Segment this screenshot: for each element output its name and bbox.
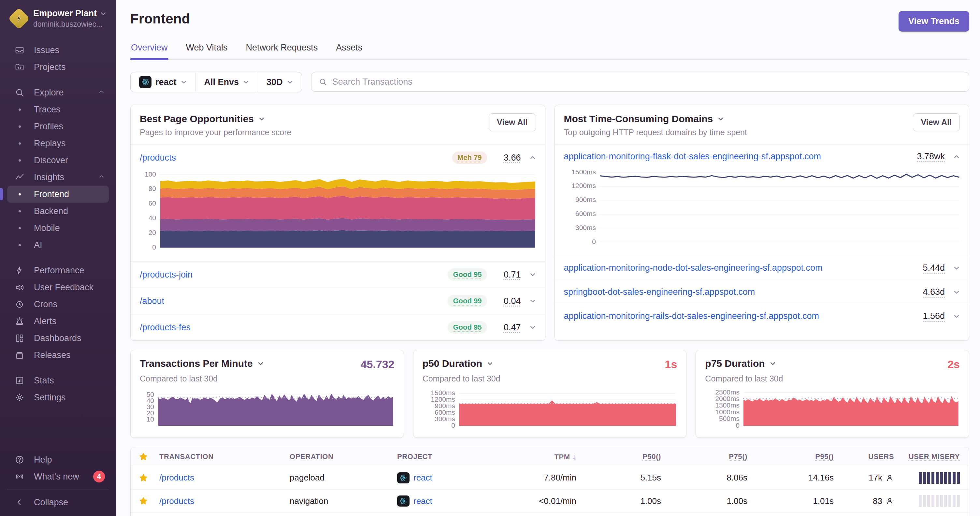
org-user: dominik.buszowiec... xyxy=(33,20,107,29)
sidebar-item-projects[interactable]: Projects xyxy=(7,59,109,76)
sidebar-item-mobile[interactable]: Mobile xyxy=(7,219,109,237)
main-content: Frontend View Trends Overview Web Vitals… xyxy=(116,0,980,516)
p95-cell: 14.16s xyxy=(748,473,834,483)
view-all-button[interactable]: View All xyxy=(489,113,536,131)
p75-cell: 8.06s xyxy=(661,473,748,483)
col-p75[interactable]: P75() xyxy=(729,452,748,460)
col-transaction[interactable]: TRANSACTION xyxy=(159,452,290,461)
sidebar-item-stats[interactable]: Stats xyxy=(7,372,109,389)
sidebar-item-ai[interactable]: AI xyxy=(7,237,109,254)
domain-link[interactable]: application-monitoring-node-dot-sales-en… xyxy=(564,263,911,273)
bullet-icon xyxy=(14,227,25,229)
help-icon xyxy=(14,454,25,465)
page-link[interactable]: /products-join xyxy=(140,270,439,280)
panel-title-dropdown[interactable]: Best Page Opportunities xyxy=(140,113,291,124)
sidebar-item-frontend[interactable]: Frontend xyxy=(7,186,109,203)
search-input[interactable] xyxy=(332,77,962,87)
col-project[interactable]: PROJECT xyxy=(397,452,498,461)
environment-selector[interactable]: All Envs xyxy=(196,72,258,92)
sidebar-item-replays[interactable]: Replays xyxy=(7,135,109,152)
domain-row: application-monitoring-rails-dot-sales-e… xyxy=(555,304,969,328)
col-p95[interactable]: P95() xyxy=(815,452,834,460)
chevron-down-icon xyxy=(243,79,249,85)
project-link[interactable]: react xyxy=(414,496,432,506)
sidebar-item-settings[interactable]: Settings xyxy=(7,389,109,406)
metric-title-dropdown[interactable]: p50 Duration xyxy=(423,358,493,369)
page-link[interactable]: /about xyxy=(140,296,439,306)
date-range-selector[interactable]: 30D xyxy=(258,72,302,92)
transaction-link[interactable]: /products xyxy=(159,473,290,483)
expand-row-button[interactable] xyxy=(530,324,536,331)
domain-link[interactable]: springboot-dot-sales-engineering-sf.apps… xyxy=(564,287,911,297)
sidebar: Empower Plant dominik.buszowiec... Issue… xyxy=(0,0,116,516)
sidebar-collapse-button[interactable]: Collapse xyxy=(7,494,109,511)
users-cell: 17k xyxy=(834,473,894,483)
star-toggle[interactable] xyxy=(138,473,159,483)
chevron-down-icon xyxy=(287,79,293,85)
sidebar-item-alerts[interactable]: Alerts xyxy=(7,313,109,330)
col-operation[interactable]: OPERATION xyxy=(290,452,397,461)
panel-subtitle: Top outgoing HTTP request domains by tim… xyxy=(564,128,747,137)
app-root: Empower Plant dominik.buszowiec... Issue… xyxy=(0,0,980,516)
sidebar-item-profiles[interactable]: Profiles xyxy=(7,118,109,135)
sidebar-item-traces[interactable]: Traces xyxy=(7,101,109,118)
col-user-misery[interactable]: USER MISERY xyxy=(908,452,960,460)
expand-row-button[interactable] xyxy=(953,265,960,271)
expand-row-button[interactable] xyxy=(530,271,536,278)
panel-title-dropdown[interactable]: Most Time-Consuming Domains xyxy=(564,113,747,124)
expand-row-button[interactable] xyxy=(530,298,536,304)
org-switcher[interactable]: Empower Plant dominik.buszowiec... xyxy=(0,0,116,29)
page-link[interactable]: /products xyxy=(140,153,444,163)
domain-link[interactable]: application-monitoring-flask-dot-sales-e… xyxy=(564,151,908,162)
react-logo-icon xyxy=(397,472,409,483)
tab-web-vitals[interactable]: Web Vitals xyxy=(185,43,228,59)
view-all-button[interactable]: View All xyxy=(913,113,960,131)
chevron-up-icon xyxy=(98,87,105,98)
view-trends-button[interactable]: View Trends xyxy=(899,11,969,32)
col-users[interactable]: USERS xyxy=(834,452,894,461)
col-tpm-sorted[interactable]: TPM ↓ xyxy=(498,452,576,461)
sidebar-item-dashboards[interactable]: Dashboards xyxy=(7,330,109,347)
project-link[interactable]: react xyxy=(414,473,432,483)
transaction-link[interactable]: /products xyxy=(159,496,290,506)
sidebar-item-explore[interactable]: Explore xyxy=(7,84,109,101)
table-row: /products navigation react <0.01/min 1.0… xyxy=(130,489,969,513)
sidebar-item-help[interactable]: Help xyxy=(7,451,109,468)
metric-title-dropdown[interactable]: p75 Duration xyxy=(705,358,776,369)
sidebar-item-releases[interactable]: Releases xyxy=(7,347,109,364)
tab-network-requests[interactable]: Network Requests xyxy=(245,43,319,59)
search-icon xyxy=(319,78,327,86)
broadcast-icon xyxy=(14,472,25,482)
sidebar-item-crons[interactable]: Crons xyxy=(7,296,109,313)
bullet-icon xyxy=(14,108,25,111)
page-row-expanded: /products Meh 79 3.66 xyxy=(130,144,545,171)
domain-duration-chart: 1500ms1200ms900ms600ms300ms0 xyxy=(563,170,961,248)
p50-duration-chart: 1500ms1200ms900ms600ms300ms0 xyxy=(423,389,677,432)
sidebar-item-discover[interactable]: Discover xyxy=(7,152,109,169)
page-link[interactable]: /products-fes xyxy=(140,322,439,333)
collapse-row-button[interactable] xyxy=(530,154,536,161)
panel-subtitle: Pages to improve your performance score xyxy=(140,128,291,137)
col-p50[interactable]: P50() xyxy=(643,452,661,460)
sidebar-item-insights[interactable]: Insights xyxy=(7,169,109,186)
metric-title-dropdown[interactable]: Transactions Per Minute xyxy=(140,358,264,369)
sidebar-item-whats-new[interactable]: What's new 4 xyxy=(7,468,109,485)
domain-link[interactable]: application-monitoring-rails-dot-sales-e… xyxy=(564,311,911,321)
time-spent: 5.44d xyxy=(920,263,945,273)
star-toggle[interactable] xyxy=(138,496,159,506)
sidebar-item-performance[interactable]: Performance xyxy=(7,262,109,279)
inbox-icon xyxy=(14,45,25,56)
sidebar-item-user-feedback[interactable]: User Feedback xyxy=(7,279,109,296)
tab-overview[interactable]: Overview xyxy=(130,43,169,59)
expand-row-button[interactable] xyxy=(953,289,960,295)
project-selector[interactable]: react xyxy=(130,72,196,92)
tab-assets[interactable]: Assets xyxy=(335,43,363,59)
expand-row-button[interactable] xyxy=(953,313,960,319)
collapse-row-button[interactable] xyxy=(953,154,960,160)
page-row: /about Good 99 0.04 xyxy=(130,287,545,314)
domain-row: application-monitoring-node-dot-sales-en… xyxy=(555,256,969,280)
lightning-icon xyxy=(14,265,25,276)
chevron-down-icon xyxy=(100,10,107,17)
sidebar-item-issues[interactable]: Issues xyxy=(7,42,109,59)
sidebar-item-backend[interactable]: Backend xyxy=(7,203,109,219)
